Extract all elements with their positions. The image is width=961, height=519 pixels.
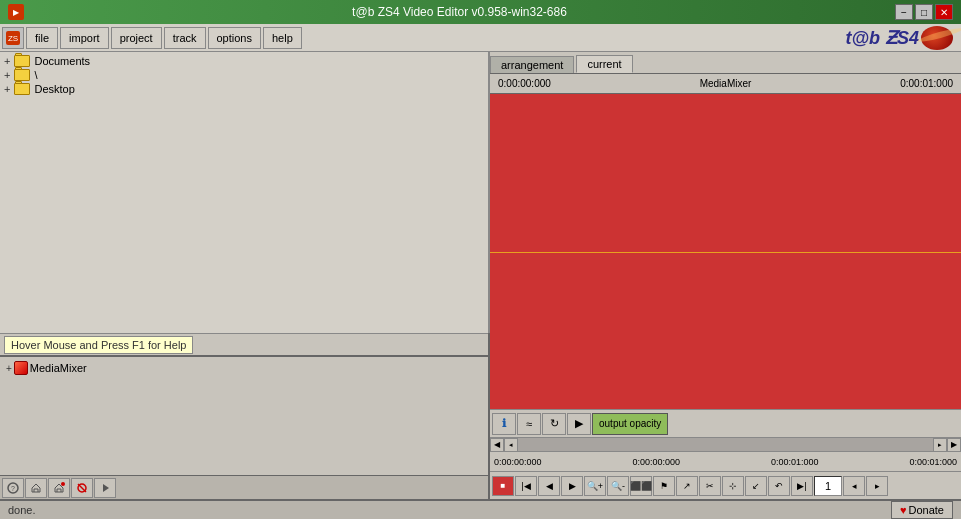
brand-planet <box>921 24 959 52</box>
timeline-content <box>490 94 961 409</box>
scroll-right-arrow[interactable]: ▶ <box>947 438 961 452</box>
tree-item-desktop[interactable]: + Desktop <box>2 82 486 96</box>
maximize-button[interactable]: □ <box>915 4 933 20</box>
ruler-time-1: 0:00:00:000 <box>494 457 542 467</box>
brand-logo: t@b ƵS4 <box>845 24 959 52</box>
arrow-btn[interactable]: ↙ <box>745 476 767 496</box>
window-title: t@b ZS4 Video Editor v0.958-win32-686 <box>24 5 895 19</box>
svg-text:ZS: ZS <box>8 34 18 43</box>
back-btn[interactable]: ↶ <box>768 476 790 496</box>
ruler-bar: 0:00:00:000 0:00:00:000 0:00:01:000 0:00… <box>490 451 961 471</box>
ruler-time-4: 0:00:01:000 <box>909 457 957 467</box>
tree-label-root: \ <box>34 69 37 81</box>
app-icon: ▶ <box>8 4 24 20</box>
tree-label-documents: Documents <box>34 55 90 67</box>
folder-icon-3 <box>14 83 30 95</box>
donate-heart-icon: ♥ <box>900 504 907 516</box>
mark-btn[interactable]: ↗ <box>676 476 698 496</box>
playback-controls: ■ |◀ ◀ ▶ 🔍+ 🔍- ⬛⬛ ⚑ ↗ ✂ ⊹ ↙ ↶ ▶| 1 ◂ ▸ <box>490 471 961 499</box>
horizontal-scrollbar: ◀ ◂ ▸ ▶ <box>490 437 961 451</box>
tab-current[interactable]: current <box>576 55 632 73</box>
status-done-text: done. <box>8 504 36 516</box>
track-color-icon <box>14 361 28 375</box>
scroll-track[interactable] <box>518 438 933 452</box>
scroll-left-arrow[interactable]: ◀ <box>490 438 504 452</box>
ruler-time-2: 0:00:00:000 <box>632 457 680 467</box>
info-button[interactable]: ℹ <box>492 413 516 435</box>
video-button[interactable]: ▶ <box>567 413 591 435</box>
rewind-btn[interactable]: ◀ <box>538 476 560 496</box>
scroll-left2[interactable]: ◂ <box>504 438 518 452</box>
brand-text: t@b ƵS4 <box>845 27 919 49</box>
tree-item-root[interactable]: + \ <box>2 68 486 82</box>
svg-text:?: ? <box>11 485 15 492</box>
help-tooltip: Hover Mouse and Press F1 for Help <box>4 336 193 354</box>
opacity-label[interactable]: output opacity <box>592 413 668 435</box>
menu-app-icon[interactable]: ZS <box>2 27 24 49</box>
track-item-mediamixer[interactable]: + MediaMixer <box>2 359 486 377</box>
prev-btn[interactable]: |◀ <box>515 476 537 496</box>
right-panel: arrangement current 0:00:00:000 MediaMix… <box>490 52 961 499</box>
svg-marker-7 <box>103 484 109 492</box>
left-bottom-controls: ? <box>0 475 488 499</box>
minimize-button[interactable]: − <box>895 4 913 20</box>
ctrl-btn-5[interactable] <box>94 478 116 498</box>
vol-down-btn[interactable]: ◂ <box>843 476 865 496</box>
folder-icon-2 <box>14 69 30 81</box>
clip-btn[interactable]: ⬛⬛ <box>630 476 652 496</box>
play-btn[interactable]: ▶ <box>561 476 583 496</box>
tree-item-documents[interactable]: + Documents <box>2 54 486 68</box>
file-menu[interactable]: file <box>26 27 58 49</box>
menubar: ZS file import project track options hel… <box>0 24 961 52</box>
help-text: Hover Mouse and Press F1 for Help <box>11 339 186 351</box>
stop-btn[interactable]: ■ <box>492 476 514 496</box>
help-menu[interactable]: help <box>263 27 302 49</box>
select-btn[interactable]: ⊹ <box>722 476 744 496</box>
track-label: MediaMixer <box>30 362 87 374</box>
track-expand-icon[interactable]: + <box>6 363 12 374</box>
ctrl-btn-3[interactable] <box>48 478 70 498</box>
bottom-strip: done. ♥ Donate <box>0 499 961 519</box>
scroll-right2[interactable]: ▸ <box>933 438 947 452</box>
next-btn[interactable]: ▶| <box>791 476 813 496</box>
status-bar: Hover Mouse and Press F1 for Help <box>0 333 488 355</box>
timeline-end: 0:00:01:000 <box>900 78 953 89</box>
folder-icon <box>14 55 30 67</box>
file-browser: + Documents + \ + Desktop <box>0 52 490 333</box>
import-menu[interactable]: import <box>60 27 109 49</box>
donate-button[interactable]: ♥ Donate <box>891 501 953 519</box>
loop-button[interactable]: ↻ <box>542 413 566 435</box>
cut-btn[interactable]: ✂ <box>699 476 721 496</box>
close-button[interactable]: ✕ <box>935 4 953 20</box>
track-menu[interactable]: track <box>164 27 206 49</box>
ctrl-btn-2[interactable] <box>25 478 47 498</box>
svg-point-4 <box>61 482 65 486</box>
tree-label-desktop: Desktop <box>34 83 74 95</box>
ruler-time-3: 0:00:01:000 <box>771 457 819 467</box>
titlebar: ▶ t@b ZS4 Video Editor v0.958-win32-686 … <box>0 0 961 24</box>
track-list: + MediaMixer <box>0 355 488 475</box>
options-menu[interactable]: options <box>208 27 261 49</box>
zoom-in-btn[interactable]: 🔍+ <box>584 476 606 496</box>
tab-arrangement[interactable]: arrangement <box>490 56 574 73</box>
timeline-playhead <box>490 252 961 253</box>
ruler-times: 0:00:00:000 0:00:00:000 0:00:01:000 0:00… <box>490 457 961 467</box>
project-menu[interactable]: project <box>111 27 162 49</box>
zoom-out-btn[interactable]: 🔍- <box>607 476 629 496</box>
ctrl-btn-4[interactable] <box>71 478 93 498</box>
ctrl-btn-1[interactable]: ? <box>2 478 24 498</box>
timeline-start: 0:00:00:000 <box>498 78 551 89</box>
donate-label: Donate <box>909 504 944 516</box>
timeline-track-name: MediaMixer <box>700 78 752 89</box>
waveform-button[interactable]: ≈ <box>517 413 541 435</box>
bpm-input[interactable]: 1 <box>814 476 842 496</box>
vol-up-btn[interactable]: ▸ <box>866 476 888 496</box>
flag-btn[interactable]: ⚑ <box>653 476 675 496</box>
timeline-header: 0:00:00:000 MediaMixer 0:00:01:000 <box>490 74 961 94</box>
transport-bar: ℹ ≈ ↻ ▶ output opacity <box>490 409 961 437</box>
tab-bar: arrangement current <box>490 52 961 74</box>
